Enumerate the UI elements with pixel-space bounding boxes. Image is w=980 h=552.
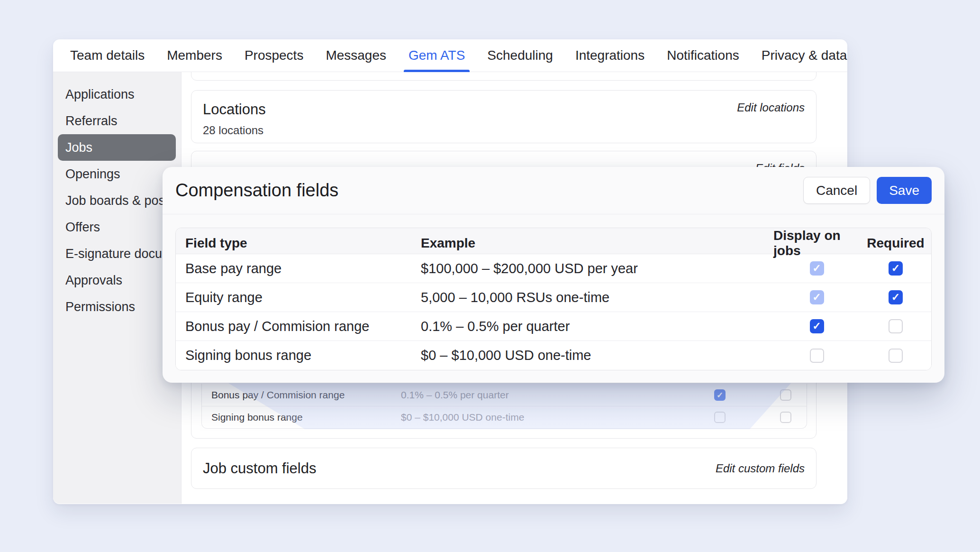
nav-tab-privacy-data[interactable]: Privacy & data xyxy=(762,39,847,72)
display-on-jobs-checkbox: ✓ xyxy=(714,389,726,401)
modal-title: Compensation fields xyxy=(175,180,803,201)
required-checkbox[interactable] xyxy=(889,319,903,333)
job-custom-fields-card: Job custom fields Edit custom fields xyxy=(191,448,817,489)
required-checkbox[interactable]: ✓ xyxy=(889,290,903,304)
display-on-jobs-checkbox[interactable]: ✓ xyxy=(810,319,824,333)
required-checkbox[interactable]: ✓ xyxy=(889,261,903,276)
page: { "nav": { "items": [ { "label": "Team d… xyxy=(0,0,980,552)
save-button[interactable]: Save xyxy=(877,177,932,204)
background-table-row-bonus-pay-commision-range: Bonus pay / Commision range0.1% – 0.5% p… xyxy=(202,384,807,406)
header-required: Required xyxy=(860,236,931,251)
nav-tab-prospects[interactable]: Prospects xyxy=(245,39,304,72)
partially-scrolled-card xyxy=(191,72,817,81)
example-cell: 5,000 – 10,000 RSUs one-time xyxy=(411,290,773,305)
display-on-jobs-cell xyxy=(773,349,860,363)
compensation-fields-modal: Compensation fields Cancel Save Field ty… xyxy=(163,167,944,383)
job-custom-fields-title: Job custom fields xyxy=(203,460,317,477)
sidebar-item-e-signature-documents[interactable]: E-signature documents xyxy=(58,240,176,267)
sidebar-item-permissions[interactable]: Permissions xyxy=(58,294,176,320)
example-cell: $0 – $10,000 USD one-time xyxy=(401,412,524,423)
nav-tab-team-details[interactable]: Team details xyxy=(70,39,145,72)
sidebar-item-offers[interactable]: Offers xyxy=(58,214,176,240)
nav-tab-members[interactable]: Members xyxy=(167,39,222,72)
sidebar-item-job-boards-posts[interactable]: Job boards & posts xyxy=(58,187,176,214)
field-type-cell: Bonus pay / Commision range xyxy=(176,319,411,334)
nav-tab-messages[interactable]: Messages xyxy=(326,39,386,72)
table-header-row: Field type Example Display on jobs Requi… xyxy=(176,228,931,254)
background-table-row-signing-bonus-range: Signing bonus range$0 – $10,000 USD one-… xyxy=(202,406,807,428)
table-row-bonus-pay-commision-range: Bonus pay / Commision range0.1% – 0.5% p… xyxy=(176,312,931,341)
edit-locations-link[interactable]: Edit locations xyxy=(737,101,805,114)
field-type-cell: Base pay range xyxy=(176,261,411,276)
table-body: Base pay range$100,000 – $200,000 USD pe… xyxy=(176,254,931,370)
header-example: Example xyxy=(411,236,773,251)
required-cell xyxy=(860,319,931,333)
example-cell: 0.1% – 0.5% per quarter xyxy=(401,389,509,401)
modal-header: Compensation fields Cancel Save xyxy=(163,167,944,214)
cancel-button[interactable]: Cancel xyxy=(803,177,870,204)
locations-count: 28 locations xyxy=(203,124,805,137)
sidebar-item-openings[interactable]: Openings xyxy=(58,161,176,187)
example-cell: 0.1% – 0.5% per quarter xyxy=(411,319,773,334)
required-checkbox xyxy=(780,412,791,423)
locations-card-title: Locations xyxy=(203,101,805,118)
example-cell: $100,000 – $200,000 USD per year xyxy=(411,261,773,276)
field-type-cell: Signing bonus range xyxy=(211,412,303,423)
display-on-jobs-cell: ✓ xyxy=(773,290,860,304)
field-type-cell: Equity range xyxy=(176,290,411,305)
sidebar-item-jobs[interactable]: Jobs xyxy=(58,134,176,161)
field-type-cell: Signing bonus range xyxy=(176,348,411,363)
display-on-jobs-checkbox xyxy=(714,412,726,423)
display-on-jobs-cell: ✓ xyxy=(773,319,860,333)
required-cell xyxy=(860,349,931,363)
nav-tab-notifications[interactable]: Notifications xyxy=(667,39,739,72)
example-cell: $0 – $10,000 USD one-time xyxy=(411,348,773,363)
sidebar-item-applications[interactable]: Applications xyxy=(58,81,176,108)
header-field-type: Field type xyxy=(176,236,411,251)
display-on-jobs-checkbox: ✓ xyxy=(810,290,824,304)
nav-tab-integrations[interactable]: Integrations xyxy=(575,39,644,72)
compensation-background-table: Bonus pay / Commision range0.1% – 0.5% p… xyxy=(201,384,807,429)
compensation-fields-table: Field type Example Display on jobs Requi… xyxy=(175,228,932,370)
edit-custom-fields-link[interactable]: Edit custom fields xyxy=(716,462,805,475)
required-checkbox xyxy=(780,389,791,401)
required-cell: ✓ xyxy=(860,261,931,276)
table-row-equity-range: Equity range5,000 – 10,000 RSUs one-time… xyxy=(176,283,931,312)
field-type-cell: Bonus pay / Commision range xyxy=(211,389,345,401)
nav-tab-gem-ats[interactable]: Gem ATS xyxy=(408,39,465,72)
table-row-base-pay-range: Base pay range$100,000 – $200,000 USD pe… xyxy=(176,254,931,283)
top-tab-bar: Team detailsMembersProspectsMessagesGem … xyxy=(53,39,847,72)
display-on-jobs-checkbox[interactable] xyxy=(810,349,824,363)
sidebar-item-approvals[interactable]: Approvals xyxy=(58,267,176,294)
display-on-jobs-cell: ✓ xyxy=(773,261,860,276)
sidebar-item-referrals[interactable]: Referrals xyxy=(58,108,176,134)
locations-card: Locations 28 locations Edit locations xyxy=(191,90,817,143)
nav-tab-scheduling[interactable]: Scheduling xyxy=(487,39,553,72)
header-display-on-jobs: Display on jobs xyxy=(773,228,860,258)
table-row-signing-bonus-range: Signing bonus range$0 – $10,000 USD one-… xyxy=(176,341,931,370)
display-on-jobs-checkbox: ✓ xyxy=(810,261,824,276)
required-cell: ✓ xyxy=(860,290,931,304)
required-checkbox[interactable] xyxy=(889,349,903,363)
